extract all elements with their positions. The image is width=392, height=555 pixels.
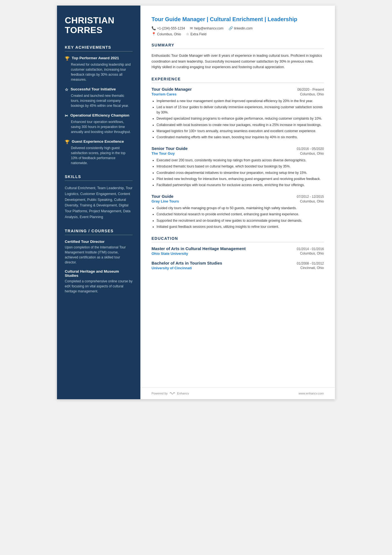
contact-linkedin: 🔗 linkedin.com bbox=[229, 26, 253, 30]
edu-location: Cincinnati, Ohio bbox=[300, 266, 324, 270]
bullet-item: Implemented a new tour management system… bbox=[157, 98, 324, 104]
exp-entry: Tour Guide Manager 06/2020 - Present Tou… bbox=[152, 87, 324, 140]
training-item-desc: Completed a comprehensive online course … bbox=[65, 279, 133, 294]
training-item: Certified Tour Director Upon completion … bbox=[65, 240, 133, 265]
bullet-item: Guided city tours while managing groups … bbox=[157, 206, 324, 211]
training-item-title: Certified Tour Director bbox=[65, 240, 133, 244]
training-item-desc: Upon completion of the International Tou… bbox=[65, 245, 133, 265]
star-icon: ☆ bbox=[65, 87, 68, 92]
exp-header: Tour Guide 07/2012 - 12/2015 bbox=[152, 194, 324, 199]
exp-entry: Tour Guide 07/2012 - 12/2015 Gray Line T… bbox=[152, 194, 324, 230]
bullet-item: Pilot tested new technology for interact… bbox=[157, 176, 324, 182]
achievements-list: 🏆 Top Performer Award 2021 Received for … bbox=[65, 56, 133, 166]
training-title: TRAINING / COURSES bbox=[65, 229, 133, 235]
bullet-item: Led a team of 15 tour guides to deliver … bbox=[157, 105, 324, 115]
exp-sub: Gray Line Tours Columbus, Ohio bbox=[152, 199, 324, 203]
summary-text: Enthusiastic Tour Guide Manager with ove… bbox=[152, 53, 324, 70]
edu-header: Master of Arts in Cultural Heritage Mana… bbox=[152, 246, 324, 251]
contact-location: 📍 Columbus, Ohio bbox=[152, 32, 181, 36]
edu-degree: Bachelor of Arts in Tourism Studies bbox=[152, 261, 222, 265]
exp-job-title: Tour Guide Manager bbox=[152, 87, 192, 92]
exp-location: Columbus, Ohio bbox=[300, 92, 324, 96]
contact-phone: 📞 +1-(234)-555-1234 bbox=[152, 26, 185, 30]
exp-company: The Tour Guy bbox=[152, 151, 175, 156]
achievement-title: ☆ Successful Tour Initiative bbox=[65, 87, 133, 92]
footer: Powered by Enhancv www.enhancv.com bbox=[140, 387, 335, 399]
education-section: EDUCATION Master of Arts in Cultural Her… bbox=[152, 236, 324, 270]
exp-header: Tour Guide Manager 06/2020 - Present bbox=[152, 87, 324, 92]
location-icon: 📍 bbox=[152, 32, 156, 36]
bullet-item: Introduced thematic tours based on cultu… bbox=[157, 164, 324, 169]
skills-text: Cultural Enrichment, Team Leadership, To… bbox=[65, 185, 133, 220]
trophy2-icon: 🏆 bbox=[65, 140, 70, 144]
phone-icon: 📞 bbox=[152, 26, 156, 30]
skills-section: SKILLS Cultural Enrichment, Team Leaders… bbox=[65, 174, 133, 220]
footer-website: www.enhancv.com bbox=[299, 392, 324, 395]
bullet-item: Executed over 200 tours, consistently re… bbox=[157, 158, 324, 163]
achievements-title: KEY ACHIEVEMENTS bbox=[65, 45, 133, 51]
exp-job-title: Tour Guide bbox=[152, 194, 173, 199]
skills-title: SKILLS bbox=[65, 174, 133, 181]
exp-bullets: Implemented a new tour management system… bbox=[152, 98, 324, 140]
enhancv-logo-icon bbox=[169, 391, 175, 395]
contact-row: 📞 +1-(234)-555-1234 ✉ help@enhancv.com 🔗… bbox=[152, 26, 324, 30]
summary-section: SUMMARY Enthusiastic Tour Guide Manager … bbox=[152, 43, 324, 70]
achievement-item: 🏆 Guest Experience Excellence Delivered … bbox=[65, 139, 133, 166]
summary-title: SUMMARY bbox=[152, 43, 324, 49]
star-extra-icon: ☆ bbox=[186, 32, 189, 36]
exp-date: 06/2020 - Present bbox=[297, 88, 324, 92]
edu-date: 01/2014 - 01/2016 bbox=[297, 247, 324, 251]
main-content: Tour Guide Manager | Cultural Enrichment… bbox=[140, 6, 335, 387]
edu-entry: Bachelor of Arts in Tourism Studies 01/2… bbox=[152, 261, 324, 270]
linkedin-icon: 🔗 bbox=[229, 26, 233, 30]
exp-date: 01/2016 - 05/2020 bbox=[297, 147, 324, 151]
edu-sub: University of Cincinnati Cincinnati, Ohi… bbox=[152, 266, 324, 270]
trophy-icon: 🏆 bbox=[65, 56, 70, 61]
powered-by-label: Powered by bbox=[152, 392, 168, 395]
experience-title: EXPERIENCE bbox=[152, 77, 324, 83]
education-title: EDUCATION bbox=[152, 236, 324, 242]
training-section: TRAINING / COURSES Certified Tour Direct… bbox=[65, 229, 133, 294]
exp-header: Senior Tour Guide 01/2016 - 05/2020 bbox=[152, 146, 324, 151]
bullet-item: Collaborated with local businesses to cr… bbox=[157, 122, 324, 128]
job-title: Tour Guide Manager | Cultural Enrichment… bbox=[152, 16, 324, 23]
bullet-item: Initiated guest feedback sessions post-t… bbox=[157, 224, 324, 230]
achievement-desc: Created and launched new thematic tours,… bbox=[65, 93, 133, 108]
contact-email: ✉ help@enhancv.com bbox=[190, 26, 223, 30]
edu-sub: Ohio State University Columbus, Ohio bbox=[152, 251, 324, 256]
exp-bullets: Executed over 200 tours, consistently re… bbox=[152, 158, 324, 188]
achievement-item: ☆ Successful Tour Initiative Created and… bbox=[65, 87, 133, 108]
contact-extra: ☆ Extra Field bbox=[186, 32, 206, 36]
exp-location: Columbus, Ohio bbox=[300, 199, 324, 203]
training-item-title: Cultural Heritage and Museum Studies bbox=[65, 269, 133, 278]
bullet-item: Supported the recruitment and on-boardin… bbox=[157, 218, 324, 223]
exp-job-title: Senior Tour Guide bbox=[152, 146, 188, 151]
edu-location: Columbus, Ohio bbox=[300, 251, 324, 256]
edu-entry: Master of Arts in Cultural Heritage Mana… bbox=[152, 246, 324, 256]
email-icon: ✉ bbox=[190, 26, 193, 30]
sidebar: CHRISTIANTORRES KEY ACHIEVEMENTS 🏆 Top P… bbox=[57, 6, 140, 399]
achievement-desc: Received for outstanding leadership and … bbox=[65, 62, 133, 82]
edu-header: Bachelor of Arts in Tourism Studies 01/2… bbox=[152, 261, 324, 265]
achievement-item: ✂ Operational Efficiency Champion Enhanc… bbox=[65, 113, 133, 134]
edu-school: University of Cincinnati bbox=[152, 266, 192, 270]
exp-location: Columbus, Ohio bbox=[300, 152, 324, 156]
brand-name: Enhancv bbox=[177, 392, 189, 395]
bullet-item: Managed logistics for 100+ tours annuall… bbox=[157, 129, 324, 134]
main-header: Tour Guide Manager | Cultural Enrichment… bbox=[152, 16, 324, 36]
edu-date: 01/2008 - 01/2012 bbox=[297, 262, 324, 265]
exp-sub: Tourism Cares Columbus, Ohio bbox=[152, 92, 324, 96]
resume-document: CHRISTIANTORRES KEY ACHIEVEMENTS 🏆 Top P… bbox=[57, 6, 335, 399]
scissors-icon: ✂ bbox=[65, 114, 68, 118]
achievement-title: ✂ Operational Efficiency Champion bbox=[65, 113, 133, 118]
contact-row-2: 📍 Columbus, Ohio ☆ Extra Field bbox=[152, 32, 324, 36]
bullet-item: Coordinated marketing efforts with the s… bbox=[157, 135, 324, 140]
training-item: Cultural Heritage and Museum Studies Com… bbox=[65, 269, 133, 294]
achievement-title: 🏆 Guest Experience Excellence bbox=[65, 139, 133, 144]
edu-school: Ohio State University bbox=[152, 251, 188, 256]
candidate-name: CHRISTIANTORRES bbox=[65, 16, 133, 35]
achievement-title: 🏆 Top Performer Award 2021 bbox=[65, 56, 133, 61]
bullet-item: Conducted historical research to provide… bbox=[157, 212, 324, 217]
achievements-section: KEY ACHIEVEMENTS 🏆 Top Performer Award 2… bbox=[65, 45, 133, 166]
bullet-item: Facilitated partnerships with local muse… bbox=[157, 182, 324, 188]
